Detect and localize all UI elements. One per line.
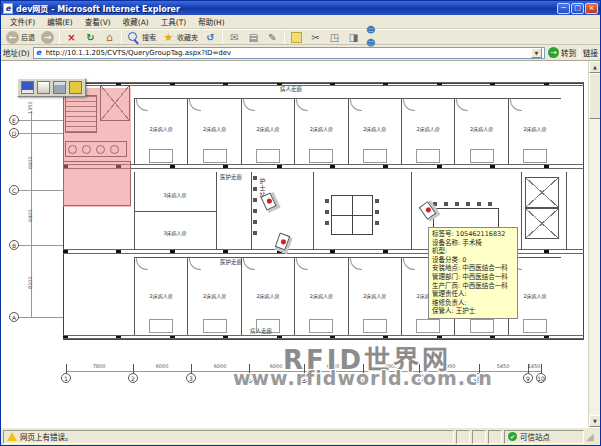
- users-button[interactable]: ☻☻: [363, 30, 382, 45]
- room-top-2: 2床病人房: [187, 98, 240, 165]
- mail-button[interactable]: ✉: [225, 30, 244, 45]
- menu-item-1[interactable]: 文件(F): [4, 16, 41, 27]
- address-dropdown-icon[interactable]: ▼: [531, 48, 542, 58]
- grid-row-bubble-E: E: [9, 115, 19, 125]
- stop-button[interactable]: ×: [62, 30, 81, 45]
- menu-bar: 文件(F)编辑(E)查看(V)收藏(A)工具(T)帮助(H): [1, 15, 600, 29]
- dimension-value: 6900: [27, 204, 33, 222]
- tooltip-line-1: 标签号: 105462116832: [432, 230, 514, 239]
- home-icon: ⌂: [103, 31, 116, 44]
- room-top-5: 2床病人房: [348, 98, 401, 165]
- close-button[interactable]: ×: [585, 3, 598, 14]
- tooltip-line-4: 设备分类: 0: [432, 256, 514, 265]
- wall: [313, 172, 314, 250]
- address-input[interactable]: e http://10.1.1.205/CVTS/QueryGroupTag.a…: [33, 47, 545, 59]
- viewer-toolbar[interactable]: [17, 78, 86, 97]
- zoom-icon[interactable]: [69, 81, 82, 94]
- notes-button[interactable]: [287, 30, 306, 45]
- wall: [521, 172, 522, 250]
- room-label: 2床病人房: [242, 292, 294, 299]
- browser-content: 病人走廊 医护走廊 医护走廊 病人走廊 护士站 3床病人房 3床病人房 RFID…: [1, 61, 600, 427]
- history-button[interactable]: ↺: [201, 30, 220, 45]
- back-button[interactable]: ←后退: [3, 30, 38, 45]
- resize-grip[interactable]: ◢: [586, 430, 598, 444]
- room-top-4: 2床病人房: [294, 98, 347, 165]
- room-top-7: 2床病人房: [454, 98, 507, 165]
- grid-stub: [15, 120, 63, 121]
- grid-column-bubble-10: 10: [536, 373, 546, 383]
- desk-chairs-left: [325, 199, 329, 231]
- links-label[interactable]: 链接: [583, 47, 598, 58]
- room-bottom-4: 2床病人房: [294, 257, 347, 335]
- page-favicon: e: [36, 48, 44, 57]
- room-label: 2床病人房: [242, 125, 294, 132]
- grid-tick: [191, 364, 192, 373]
- nurse-station-chairs: [253, 176, 257, 240]
- corridor-label-mid2: 医护走廊: [201, 258, 261, 266]
- tooltip-line-2: 设备名称: 手术椅: [432, 239, 514, 248]
- wall: [216, 172, 217, 250]
- maximize-button[interactable]: □: [571, 3, 584, 14]
- scroll-up-icon[interactable]: ▲: [589, 61, 600, 73]
- vertical-scrollbar[interactable]: ▲ ▼: [588, 61, 600, 427]
- back-label: 后退: [21, 32, 35, 42]
- grid-row-bubble-A: A: [9, 312, 19, 322]
- grid-column-bubble-3: 3: [186, 373, 196, 383]
- floorplan-canvas[interactable]: 病人走廊 医护走廊 医护走廊 病人走廊 护士站 3床病人房 3床病人房 RFID…: [1, 61, 588, 427]
- corridor-label-top: 病人走廊: [231, 85, 351, 93]
- favorites-label: 收藏夹: [177, 32, 198, 42]
- doctor-desk-cluster: [331, 195, 373, 235]
- room-top-8: 2床病人房: [508, 98, 561, 165]
- menu-item-2[interactable]: 编辑(E): [41, 16, 79, 27]
- dimension-value: 6600: [27, 151, 33, 169]
- menu-item-3[interactable]: 查看(V): [79, 16, 117, 27]
- edit-button[interactable]: ✎: [263, 30, 282, 45]
- grid-row-bubble-B: B: [9, 240, 19, 250]
- scroll-thumb[interactable]: [589, 73, 600, 119]
- scroll-down-icon[interactable]: ▼: [589, 415, 600, 427]
- cut-button[interactable]: ✂: [306, 30, 325, 45]
- save-icon[interactable]: [21, 81, 34, 94]
- room-label: 2床病人房: [295, 125, 347, 132]
- toolbar-separator: [284, 31, 285, 44]
- corridor-label-bottom: 病人走廊: [216, 327, 306, 335]
- page-edit-button[interactable]: ◳: [325, 30, 344, 45]
- tooltip-line-9: 维修负责人:: [432, 299, 514, 308]
- security-zone-label: 可信站点: [520, 431, 550, 442]
- home-button[interactable]: ⌂: [100, 30, 119, 45]
- refresh-icon: ↻: [84, 31, 97, 44]
- forward-icon: →: [41, 31, 54, 44]
- status-message: 网页上有错误。: [20, 431, 73, 442]
- grid-tick: [133, 364, 134, 373]
- minimize-button[interactable]: ─: [557, 3, 570, 14]
- title-bar[interactable]: e dev网页 - Microsoft Internet Explorer ─ …: [1, 1, 600, 15]
- menu-item-5[interactable]: 工具(T): [155, 16, 192, 27]
- room-label: 2床病人房: [135, 292, 187, 299]
- menu-item-6[interactable]: 帮助(H): [192, 16, 231, 27]
- go-button[interactable]: → 转到: [548, 47, 576, 58]
- search-button[interactable]: 搜索: [124, 30, 159, 45]
- go-arrow-icon: →: [548, 47, 559, 58]
- refresh-button[interactable]: ↻: [81, 30, 100, 45]
- page-find-button[interactable]: ◨: [344, 30, 363, 45]
- print-button[interactable]: ▤: [244, 30, 263, 45]
- grid-stub: [15, 317, 63, 318]
- address-label: 地址(D): [3, 47, 30, 58]
- tooltip-line-6: 管理部门: 中西医结合一科: [432, 273, 514, 282]
- equipment-tooltip: 标签号: 105462116832设备名称: 手术椅机型:设备分类: 0安装地点…: [428, 227, 518, 319]
- toolbar-separator: [222, 31, 223, 44]
- favorites-button[interactable]: ★收藏夹: [159, 30, 201, 45]
- page-find-icon: ◨: [347, 31, 360, 44]
- open-icon[interactable]: [37, 81, 50, 94]
- room-label: 2床病人房: [455, 125, 507, 132]
- address-bar: 地址(D) e http://10.1.1.205/CVTS/QueryGrou…: [1, 45, 600, 61]
- menu-item-4[interactable]: 收藏(A): [117, 16, 155, 27]
- toolbar-separator: [59, 31, 60, 44]
- forward-button[interactable]: →: [38, 30, 57, 45]
- tooltip-line-7: 生产厂商: 中西医结合一科: [432, 282, 514, 291]
- print-icon[interactable]: [53, 81, 66, 94]
- edit-icon: ✎: [266, 31, 279, 44]
- status-bar: 网页上有错误。 ✔ 可信站点 ◢: [1, 427, 600, 445]
- address-url: http://10.1.1.205/CVTS/QueryGroupTag.asp…: [46, 49, 529, 57]
- page-edit-icon: ◳: [328, 31, 341, 44]
